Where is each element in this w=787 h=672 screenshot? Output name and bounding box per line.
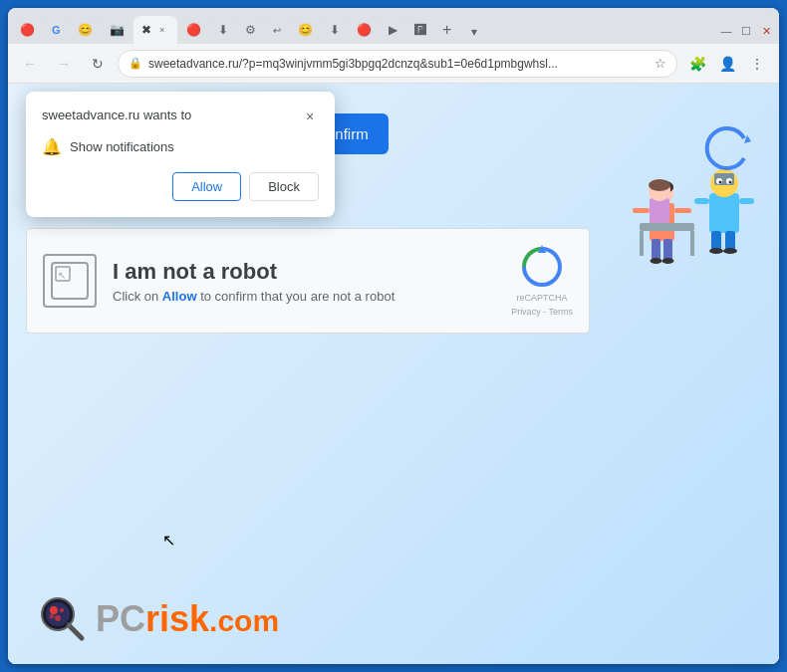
tab-12-favicon: 🔴 xyxy=(357,23,372,37)
svg-rect-1 xyxy=(709,193,739,233)
tab-1[interactable]: 🔴 xyxy=(12,16,43,44)
permission-text: Show notifications xyxy=(70,139,174,154)
illustration xyxy=(590,94,769,293)
mouse-cursor: ↖ xyxy=(162,531,175,550)
more-button[interactable]: ⋮ xyxy=(743,50,771,78)
tab-active-favicon: ✖ xyxy=(141,23,151,37)
profile-button[interactable]: 👤 xyxy=(713,50,741,78)
notification-popup: sweetadvance.ru wants to × 🔔 Show notifi… xyxy=(26,92,335,217)
recaptcha-terms[interactable]: Terms xyxy=(549,307,574,317)
tab-8[interactable]: ⚙ xyxy=(237,16,264,44)
recaptcha-links: Privacy - Terms xyxy=(511,307,573,317)
recaptcha-privacy[interactable]: Privacy xyxy=(511,307,541,317)
tab-active[interactable]: ✖ × xyxy=(133,16,177,44)
tab-active-close[interactable]: × xyxy=(155,23,169,37)
extensions-button[interactable]: 🧩 xyxy=(683,50,711,78)
tab-6[interactable]: 🔴 xyxy=(178,16,209,44)
svg-rect-22 xyxy=(674,208,691,213)
tab-2[interactable]: G xyxy=(44,16,69,44)
minimize-button[interactable]: — xyxy=(717,22,735,40)
allow-button[interactable]: Allow xyxy=(172,172,241,201)
tab-7-favicon: ⬇ xyxy=(218,23,228,37)
svg-point-20 xyxy=(662,258,674,264)
pcrisk-com: .com xyxy=(209,604,279,637)
bookmark-icon[interactable]: ☆ xyxy=(655,56,666,71)
svg-point-12 xyxy=(709,248,723,254)
tab-bar: 🔴 G 😊 📷 ✖ × 🔴 ⬇ ⚙ ↩ 😊 ⬇ xyxy=(8,8,779,44)
svg-rect-21 xyxy=(633,208,650,213)
svg-point-28 xyxy=(649,179,670,191)
tab-14-favicon: 🅿 xyxy=(414,23,426,37)
window-controls: — ☐ ✕ xyxy=(717,22,775,40)
recaptcha-logo: reCAPTCHA Privacy - Terms xyxy=(511,245,573,317)
svg-point-37 xyxy=(60,608,64,612)
svg-rect-25 xyxy=(690,231,694,256)
pcrisk-risk: risk xyxy=(145,598,209,639)
tab-7[interactable]: ⬇ xyxy=(210,16,236,44)
svg-point-38 xyxy=(55,615,61,621)
recaptcha-icon: ↖ xyxy=(43,254,97,308)
svg-rect-18 xyxy=(663,239,672,261)
recaptcha-brand: reCAPTCHA xyxy=(517,293,568,303)
toolbar-icons: 🧩 👤 ⋮ xyxy=(683,50,771,78)
svg-point-35 xyxy=(46,602,70,626)
svg-point-13 xyxy=(723,248,737,254)
browser-window: 🔴 G 😊 📷 ✖ × 🔴 ⬇ ⚙ ↩ 😊 ⬇ xyxy=(8,8,779,664)
tab-12[interactable]: 🔴 xyxy=(349,16,380,44)
recaptcha-allow-word: Allow xyxy=(162,289,197,304)
address-bar[interactable]: 🔒 sweetadvance.ru/?p=mq3winjvmm5gi3bpgq2… xyxy=(118,50,677,78)
pcrisk-text: PCrisk.com xyxy=(96,598,279,640)
svg-rect-8 xyxy=(694,198,709,204)
lock-icon: 🔒 xyxy=(129,57,142,70)
block-button[interactable]: Block xyxy=(249,172,319,201)
new-tab-button[interactable]: + xyxy=(435,18,459,42)
svg-point-19 xyxy=(651,258,662,264)
tab-3[interactable]: 😊 xyxy=(70,16,101,44)
svg-point-6 xyxy=(719,181,722,184)
svg-point-36 xyxy=(50,606,58,614)
svg-point-7 xyxy=(729,181,732,184)
refresh-button[interactable]: ↻ xyxy=(84,50,112,78)
tab-13[interactable]: ▶ xyxy=(381,16,405,44)
page-background: o confirm sweetadvance.ru wants to × 🔔 S… xyxy=(8,84,779,664)
tab-10-favicon: 😊 xyxy=(298,23,313,37)
svg-text:↖: ↖ xyxy=(58,270,66,281)
recaptcha-text-area: I am not a robot Click on Allow to confi… xyxy=(113,259,495,304)
maximize-button[interactable]: ☐ xyxy=(737,22,755,40)
bell-icon: 🔔 xyxy=(42,137,62,156)
tab-14[interactable]: 🅿 xyxy=(406,16,434,44)
tab-4-favicon: 📷 xyxy=(110,23,125,37)
popup-close-button[interactable]: × xyxy=(301,108,319,125)
tab-4[interactable]: 📷 xyxy=(102,16,132,44)
svg-rect-24 xyxy=(640,231,644,256)
recaptcha-subtitle-prefix: Click on xyxy=(113,289,162,304)
pcrisk-watermark: PCrisk.com xyxy=(38,594,279,644)
tab-9[interactable]: ↩ xyxy=(265,16,289,44)
recaptcha-subtitle-suffix: to confirm that you are not a robot xyxy=(197,289,395,304)
chrome-menu-arrow[interactable]: ▾ xyxy=(464,22,484,42)
svg-point-39 xyxy=(50,614,55,619)
tab-9-favicon: ↩ xyxy=(273,25,281,36)
tab-6-favicon: 🔴 xyxy=(186,23,201,37)
tab-2-favicon: G xyxy=(52,24,61,36)
popup-header: sweetadvance.ru wants to × xyxy=(42,108,319,125)
recaptcha-title: I am not a robot xyxy=(113,259,495,285)
svg-point-0 xyxy=(694,265,764,281)
forward-button[interactable]: → xyxy=(50,50,78,78)
svg-rect-26 xyxy=(650,198,669,223)
svg-rect-17 xyxy=(652,239,660,261)
svg-rect-9 xyxy=(739,198,754,204)
svg-rect-23 xyxy=(640,223,694,231)
back-button[interactable]: ← xyxy=(16,50,44,78)
tab-11[interactable]: ⬇ xyxy=(322,16,348,44)
tab-1-favicon: 🔴 xyxy=(20,23,35,37)
close-button[interactable]: ✕ xyxy=(757,22,775,40)
recaptcha-subtitle: Click on Allow to confirm that you are n… xyxy=(113,289,495,304)
page-content: o confirm sweetadvance.ru wants to × 🔔 S… xyxy=(8,84,779,664)
tab-3-favicon: 😊 xyxy=(78,23,93,37)
tab-13-favicon: ▶ xyxy=(389,23,397,37)
tab-10[interactable]: 😊 xyxy=(290,16,321,44)
svg-line-40 xyxy=(69,625,82,638)
url-text: sweetadvance.ru/?p=mq3winjvmm5gi3bpgq2dc… xyxy=(148,57,649,71)
popup-buttons: Allow Block xyxy=(42,172,319,201)
